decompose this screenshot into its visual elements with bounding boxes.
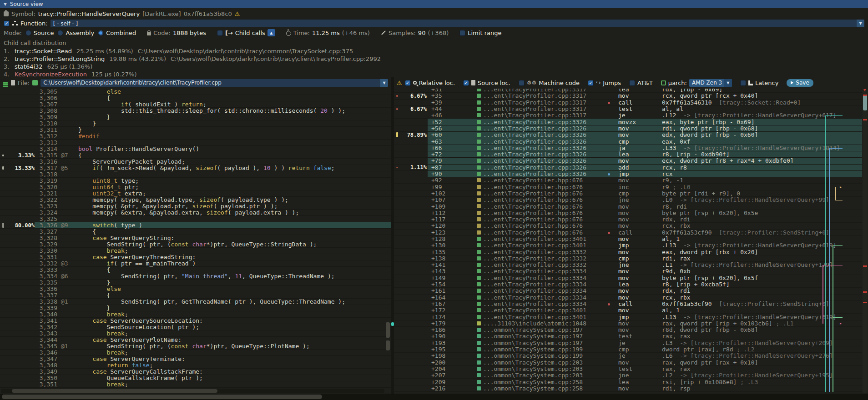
source-line[interactable]: 3,325 bbox=[0, 216, 391, 222]
asm-source-loc[interactable]: ...ent\TracyProfiler.cpp:3332 bbox=[483, 255, 589, 262]
asm-source-loc[interactable]: ...ent\TracyProfiler.hpp:676 bbox=[483, 210, 589, 216]
source-line[interactable]: 3,309 } bbox=[0, 114, 391, 120]
asm-row[interactable]: +99...ent\TracyProfiler.hpp:676incr9 ; .… bbox=[394, 184, 862, 190]
asm-source-loc[interactable]: ...ommon\TracySystem.cpp:197 bbox=[483, 326, 589, 333]
source-line[interactable]: 3,324 memcpy( &extra, &payload.extra, si… bbox=[0, 210, 391, 216]
source-line[interactable]: 3,347 case ServerQueryTerminate: bbox=[0, 356, 391, 362]
asm-source-loc[interactable]: ...ent\TracyProfiler.cpp:3334 bbox=[483, 294, 589, 301]
radio-source[interactable]: Source bbox=[25, 30, 54, 36]
asm-row[interactable]: +63...ent\TracyProfiler.cpp:3326cmpeax, … bbox=[394, 138, 862, 145]
title-bar[interactable]: ▼ Source view bbox=[0, 0, 868, 8]
asm-source-loc[interactable]: ...ent\TracyProfiler.cpp:3334 bbox=[483, 275, 589, 281]
asm-source-loc[interactable]: ....31103\include\atomic:1048 bbox=[483, 320, 589, 327]
source-horizontal-scrollbar-thumb[interactable] bbox=[12, 389, 217, 393]
asm-row[interactable]: +128...ent\TracyProfiler.cpp:3401moval, … bbox=[394, 236, 862, 242]
asm-source-loc[interactable]: ...ent\TracyProfiler.cpp:3334 bbox=[483, 281, 589, 288]
source-horizontal-scrollbar[interactable] bbox=[1, 389, 384, 393]
radio-assembly-icon[interactable] bbox=[57, 30, 63, 36]
limit-range-toggle[interactable]: Limit range bbox=[459, 30, 501, 36]
source-line[interactable]: 3,323 memcpy( &ptr, &payload.ptr, sizeof… bbox=[0, 203, 391, 210]
asm-row[interactable]: +56...ent\TracyProfiler.cpp:3326movrdi, … bbox=[394, 125, 862, 132]
asm-source-loc[interactable]: ...ent\TracyProfiler.hpp:676 bbox=[483, 216, 589, 223]
asm-row[interactable]: +112...ent\TracyProfiler.hpp:676movbyte … bbox=[394, 210, 862, 216]
source-line[interactable]: 3,319 uint8_t type; bbox=[0, 178, 391, 184]
asm-source-loc[interactable]: ...ent\TracyProfiler.cpp:3332 bbox=[483, 249, 589, 255]
asm-source-loc[interactable]: ...ent\TracyProfiler.cpp:3326 bbox=[483, 119, 589, 125]
source-line[interactable]: 3.33%3,315@7{ bbox=[0, 152, 391, 159]
asm-row[interactable]: +141...ent\TracyProfiler.cpp:3332jne.L1 … bbox=[394, 262, 862, 268]
source-line[interactable]: 3,307 if( shouldExit ) return; bbox=[0, 101, 391, 108]
source-line[interactable]: 3,314bool Profiler::HandleServerQuery() bbox=[0, 146, 391, 152]
source-line[interactable]: 3,345@1 SendString( ptr, (const char*)pt… bbox=[0, 343, 391, 350]
source-code-view[interactable]: 3,305 else3,306 {3,307 if( shouldExit ) … bbox=[0, 89, 391, 388]
asm-row[interactable]: +72...ent\TracyProfiler.cpp:3326lear8, [… bbox=[394, 151, 862, 158]
asm-source-loc[interactable]: ...ent\TracyProfiler.cpp:3317 bbox=[483, 99, 589, 106]
radio-combined-icon[interactable] bbox=[98, 30, 104, 36]
function-combo[interactable]: [ - self - ] ▼ bbox=[50, 20, 864, 27]
asm-row[interactable]: +39...ent\TracyProfiler.cpp:3317call0x7f… bbox=[394, 100, 862, 106]
relative-loc-checkbox[interactable]: ✓ bbox=[405, 80, 411, 86]
asm-row[interactable]: +172...ent\TracyProfiler.cpp:3401moval, … bbox=[394, 307, 862, 314]
asm-source-loc[interactable]: ...ent\TracyProfiler.cpp:3334 bbox=[483, 300, 589, 307]
collapse-icon[interactable]: ▼ bbox=[4, 2, 7, 6]
source-line[interactable]: 3,334@6 SendString( ptr, "Main thread", … bbox=[0, 273, 391, 280]
asm-source-loc[interactable]: ...ommon\TracySystem.cpp:199 bbox=[483, 346, 589, 353]
asm-row[interactable]: +102...ent\TracyProfiler.hpp:676cmpbyte … bbox=[394, 190, 862, 197]
asm-source-loc[interactable]: ...ent\TracyProfiler.cpp:3401 bbox=[483, 314, 589, 320]
source-line[interactable]: 3,321 uint32_t extra; bbox=[0, 190, 391, 197]
asm-row[interactable]: +120...ent\TracyProfiler.hpp:676movrcx, … bbox=[394, 223, 862, 229]
source-loc-checkbox[interactable]: ✓ bbox=[463, 80, 469, 86]
asm-source-loc[interactable]: ...ommon\TracySystem.cpp:199 bbox=[483, 352, 589, 359]
source-line[interactable]: 3,336 else bbox=[0, 286, 391, 292]
source-line[interactable]: 3,312#endif bbox=[0, 133, 391, 140]
source-vertical-scrollbar-thumb[interactable] bbox=[386, 322, 390, 338]
source-line[interactable]: 3,316 ServerQueryPacket payload; bbox=[0, 159, 391, 165]
asm-row[interactable]: +90...ent\TracyProfiler.cpp:3326jmprcx bbox=[394, 171, 862, 177]
asm-source-loc[interactable]: ...ent\TracyProfiler.cpp:3332 bbox=[483, 261, 589, 268]
chevron-down-icon[interactable]: ▼ bbox=[857, 20, 864, 27]
source-vertical-scrollbar-thumb2[interactable] bbox=[386, 340, 390, 350]
latency-toggle[interactable]: Latency bbox=[740, 80, 778, 86]
att-checkbox[interactable] bbox=[629, 80, 635, 86]
asm-row[interactable]: +198...ommon\TracySystem.cpp:199je.L6 ->… bbox=[394, 353, 862, 359]
asm-source-loc[interactable]: ...ent\TracyProfiler.cpp:3326 bbox=[483, 164, 589, 171]
assembly-vertical-scrollbar-thumb[interactable] bbox=[863, 95, 867, 110]
asm-row[interactable]: +109...ent\TracyProfiler.hpp:676movr8, r… bbox=[394, 203, 862, 210]
expand-up-button[interactable]: ▲ bbox=[267, 29, 275, 36]
source-line[interactable]: 13.33%3,317@5 if( !m_sock->Read( &payloa… bbox=[0, 165, 391, 171]
asm-row[interactable]: +200...ommon\TracySystem.cpp:203movrax, … bbox=[394, 359, 862, 365]
asm-source-loc[interactable]: ...ommon\TracySystem.cpp:203 bbox=[483, 365, 589, 372]
save-button[interactable]: Save bbox=[787, 79, 813, 87]
source-line[interactable]: 3,306 { bbox=[0, 95, 391, 101]
source-line[interactable]: 3,340 break; bbox=[0, 311, 391, 318]
asm-row[interactable]: +52...ent\TracyProfiler.cpp:3326movzxeax… bbox=[394, 119, 862, 125]
window-horizontal-scrollbar-thumb[interactable] bbox=[2, 395, 322, 399]
source-loc-toggle[interactable]: ✓Source loc. bbox=[463, 80, 510, 86]
asm-source-loc[interactable]: ...ent\TracyProfiler.hpp:676 bbox=[483, 177, 589, 184]
relative-loc-toggle[interactable]: ✓Relative loc. bbox=[405, 80, 455, 86]
source-line[interactable]: 3,343 break; bbox=[0, 330, 391, 337]
source-line[interactable]: 3,305 else bbox=[0, 89, 391, 95]
asm-row[interactable]: +204...ommon\TracySystem.cpp:203testrax,… bbox=[394, 366, 862, 372]
asm-row[interactable]: +186...ommon\TracySystem.cpp:197movr8d, … bbox=[394, 327, 862, 333]
asm-row[interactable]: 78.89%+60...ent\TracyProfiler.cpp:3326mo… bbox=[394, 132, 862, 138]
source-line[interactable]: 3,332@3 if( ptr == m_mainThread ) bbox=[0, 260, 391, 267]
asm-source-loc[interactable]: ...ommon\TracySystem.cpp:258 bbox=[483, 379, 589, 385]
source-line[interactable]: 3,330 break; bbox=[0, 248, 391, 254]
asm-row[interactable]: +190...ommon\TracySystem.cpp:197testrax,… bbox=[394, 333, 862, 340]
source-line[interactable]: 3,331 case ServerQueryThreadString: bbox=[0, 254, 391, 260]
asm-source-loc[interactable]: ...ent\TracyProfiler.cpp:3401 bbox=[483, 307, 589, 314]
source-line[interactable]: 80.00%3,326@9 switch( type ) bbox=[0, 222, 391, 229]
latency-checkbox[interactable] bbox=[740, 80, 746, 86]
asm-row[interactable]: 6.67%+35...ent\TracyProfiler.cpp:3317mov… bbox=[394, 93, 862, 99]
asm-row[interactable]: +149...ent\TracyProfiler.cpp:3334movbyte… bbox=[394, 275, 862, 281]
asm-row[interactable]: +79...ent\TracyProfiler.cpp:3326movecx, … bbox=[394, 158, 862, 164]
asm-row[interactable]: +174...ent\TracyProfiler.cpp:3401jmp.L13… bbox=[394, 314, 862, 320]
asm-row[interactable]: +123...ent\TracyProfiler.hpp:676call0x7f… bbox=[394, 230, 862, 236]
machine-code-checkbox[interactable] bbox=[519, 80, 525, 86]
asm-source-loc[interactable]: ...ent\TracyProfiler.cpp:3326 bbox=[483, 125, 589, 132]
asm-source-loc[interactable]: ...ommon\TracySystem.cpp:203 bbox=[483, 359, 589, 366]
assembly-view[interactable]: ▸▸ +31...ent\TracyProfiler.cpp:3317leard… bbox=[394, 89, 862, 394]
jumps-checkbox[interactable]: ✓ bbox=[588, 80, 594, 86]
asm-row[interactable]: +130...ent\TracyProfiler.cpp:3401jmp.L13… bbox=[394, 242, 862, 249]
